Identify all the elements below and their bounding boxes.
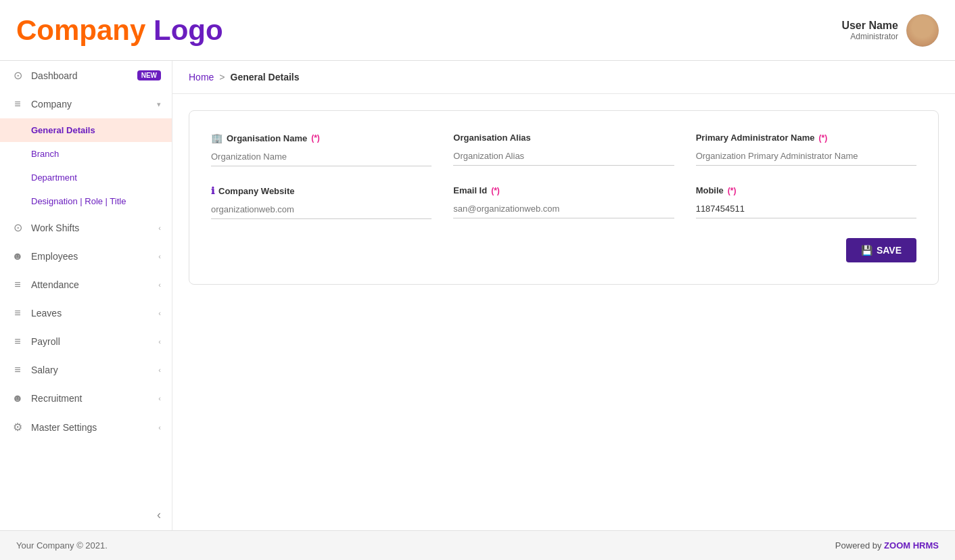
footer-left: Your Company © 2021.	[16, 540, 108, 551]
general-details-form: 🏢 Organisation Name(*) Organisation Alia…	[189, 110, 939, 285]
breadcrumb-current: General Details	[231, 72, 300, 83]
master-settings-icon: ⚙	[11, 421, 24, 434]
sidebar-item-label: Company	[31, 99, 150, 110]
user-name: User Name	[841, 20, 898, 32]
sidebar-item-payroll[interactable]: ≡ Payroll ‹	[0, 327, 172, 356]
sidebar-item-label: Work Shifts	[31, 223, 152, 233]
new-badge: NEW	[137, 70, 161, 80]
save-button[interactable]: 💾 SAVE	[846, 238, 916, 262]
org-alias-input[interactable]	[453, 147, 674, 166]
chevron-icon: ‹	[158, 337, 161, 346]
org-alias-group: Organisation Alias	[453, 133, 674, 166]
header-user-section: User Name Administrator	[841, 14, 939, 47]
content-area: Home > General Details 🏢 Organisation Na…	[172, 61, 955, 530]
footer-right: Powered by ZOOM HRMS	[835, 540, 939, 551]
save-icon: 💾	[861, 245, 872, 256]
employees-icon: ☻	[11, 250, 24, 262]
email-group: Email Id(*)	[453, 185, 674, 219]
breadcrumb-home[interactable]: Home	[189, 72, 214, 83]
org-name-group: 🏢 Organisation Name(*)	[211, 133, 432, 166]
footer: Your Company © 2021. Powered by ZOOM HRM…	[0, 530, 955, 560]
save-button-row: 💾 SAVE	[211, 238, 916, 262]
user-info: User Name Administrator	[841, 20, 898, 41]
collapse-icon: ‹	[157, 508, 161, 522]
logo-company-text: Company	[16, 14, 145, 46]
user-role: Administrator	[841, 32, 898, 41]
company-icon: ≡	[11, 98, 24, 110]
org-name-input[interactable]	[211, 147, 432, 166]
sidebar-item-dashboard[interactable]: ⊙ Dashboard NEW	[0, 61, 172, 90]
sidebar-item-employees[interactable]: ☻ Employees ‹	[0, 242, 172, 271]
website-label: ℹ Company Website	[211, 185, 432, 196]
mobile-group: Mobile(*)	[696, 185, 916, 219]
sidebar-item-label: Salary	[31, 365, 152, 375]
sidebar-item-label: Recruitment	[31, 393, 152, 404]
primary-admin-input[interactable]	[696, 147, 916, 166]
avatar-image	[906, 14, 939, 47]
main-layout: ⊙ Dashboard NEW ≡ Company ▾ General Deta…	[0, 61, 955, 530]
sidebar-item-label: Payroll	[31, 336, 152, 347]
email-input[interactable]	[453, 200, 674, 218]
company-logo: Company Logo	[16, 14, 223, 47]
website-group: ℹ Company Website	[211, 185, 432, 219]
email-label: Email Id(*)	[453, 185, 674, 195]
recruitment-icon: ☻	[11, 392, 24, 404]
sidebar-collapse-button[interactable]: ‹	[0, 500, 172, 530]
chevron-icon: ‹	[158, 366, 161, 374]
work-shifts-icon: ⊙	[11, 221, 24, 234]
sidebar-item-label: Attendance	[31, 279, 152, 290]
form-row-1: 🏢 Organisation Name(*) Organisation Alia…	[211, 133, 916, 166]
info-icon: ℹ	[211, 185, 214, 196]
dashboard-icon: ⊙	[11, 69, 24, 82]
avatar[interactable]	[906, 14, 939, 47]
mobile-input[interactable]	[696, 200, 916, 218]
building-icon: 🏢	[211, 133, 223, 143]
breadcrumb-separator: >	[219, 72, 225, 83]
sidebar-item-recruitment[interactable]: ☻ Recruitment ‹	[0, 384, 172, 413]
org-name-label: 🏢 Organisation Name(*)	[211, 133, 432, 143]
sidebar-item-attendance[interactable]: ≡ Attendance ‹	[0, 271, 172, 299]
logo-logo-text: Logo	[145, 14, 223, 46]
app-header: Company Logo User Name Administrator	[0, 0, 955, 61]
salary-icon: ≡	[11, 364, 24, 376]
chevron-icon: ‹	[158, 423, 161, 431]
sidebar-item-label: Master Settings	[31, 422, 152, 433]
sidebar-item-master-settings[interactable]: ⚙ Master Settings ‹	[0, 413, 172, 442]
sidebar-subitem-branch[interactable]: Branch	[0, 142, 172, 166]
payroll-icon: ≡	[11, 335, 24, 348]
chevron-down-icon: ▾	[157, 100, 161, 109]
attendance-icon: ≡	[11, 279, 24, 291]
sidebar-subitem-general-details[interactable]: General Details	[0, 118, 172, 142]
primary-admin-group: Primary Administrator Name(*)	[696, 133, 916, 166]
footer-brand: ZOOM HRMS	[884, 540, 939, 551]
chevron-icon: ‹	[158, 252, 161, 260]
website-input[interactable]	[211, 200, 432, 219]
breadcrumb: Home > General Details	[172, 61, 955, 94]
sidebar-item-leaves[interactable]: ≡ Leaves ‹	[0, 299, 172, 327]
mobile-label: Mobile(*)	[696, 185, 916, 195]
chevron-icon: ‹	[158, 281, 161, 289]
org-alias-label: Organisation Alias	[453, 133, 674, 143]
sidebar-item-company[interactable]: ≡ Company ▾	[0, 90, 172, 118]
sidebar-item-label: Dashboard	[31, 70, 131, 81]
chevron-icon: ‹	[158, 309, 161, 317]
sidebar-item-work-shifts[interactable]: ⊙ Work Shifts ‹	[0, 213, 172, 242]
sidebar-item-salary[interactable]: ≡ Salary ‹	[0, 356, 172, 384]
chevron-icon: ‹	[158, 224, 161, 232]
sidebar-subitem-designation[interactable]: Designation | Role | Title	[0, 189, 172, 213]
sidebar-item-label: Employees	[31, 251, 152, 262]
leaves-icon: ≡	[11, 307, 24, 319]
chevron-icon: ‹	[158, 394, 161, 402]
sidebar: ⊙ Dashboard NEW ≡ Company ▾ General Deta…	[0, 61, 172, 530]
primary-admin-label: Primary Administrator Name(*)	[696, 133, 916, 143]
form-row-2: ℹ Company Website Email Id(*) Mobile(*)	[211, 185, 916, 219]
sidebar-item-label: Leaves	[31, 308, 152, 319]
sidebar-subitem-department[interactable]: Department	[0, 166, 172, 189]
